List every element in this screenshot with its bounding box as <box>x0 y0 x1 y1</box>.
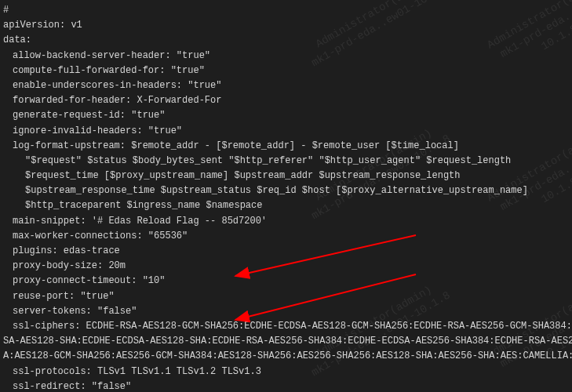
config-line: allow-backend-server-header: "true" <box>3 49 572 64</box>
config-line: $request_time [$proxy_upstream_name] $up… <box>3 169 572 183</box>
config-line: "$request" $status $body_bytes_sent "$ht… <box>3 154 572 169</box>
config-line: main-snippet: '# Edas Reload Flag -- 85d… <box>3 214 572 229</box>
config-line: ssl-redirect: "false" <box>3 379 572 392</box>
config-line: reuse-port: "true" <box>3 289 572 304</box>
config-line: forwarded-for-header: X-Forwarded-For <box>3 93 572 108</box>
config-line: A:AES128-GCM-SHA256:AES256-GCM-SHA384:AE… <box>3 349 572 364</box>
config-line: enable-underscores-in-headers: "true" <box>3 78 572 93</box>
config-line: plugins: edas-trace <box>3 244 572 259</box>
yaml-config-block: #apiVersion: v1data:allow-backend-server… <box>3 3 572 392</box>
config-line: apiVersion: v1 <box>3 18 572 33</box>
config-line: ssl-protocols: TLSv1 TLSv1.1 TLSv1.2 TLS… <box>3 365 572 379</box>
config-line: server-tokens: "false" <box>3 304 572 319</box>
config-line: ssl-ciphers: ECDHE-RSA-AES128-GCM-SHA256… <box>3 319 572 334</box>
config-line: $upstream_response_time $upstream_status… <box>3 183 572 198</box>
config-line: generate-request-id: "true" <box>3 108 572 123</box>
config-line: $http_traceparent $ingress_name $namespa… <box>3 198 572 213</box>
config-line: log-format-upstream: $remote_addr - [$re… <box>3 139 572 154</box>
config-line: SA-AES128-SHA:ECDHE-ECDSA-AES128-SHA:ECD… <box>3 334 572 349</box>
config-line: compute-full-forwarded-for: "true" <box>3 64 572 78</box>
config-line: proxy-connect-timeout: "10" <box>3 274 572 289</box>
config-line: # <box>3 3 572 18</box>
config-line: max-worker-connections: "65536" <box>3 229 572 244</box>
config-line: ignore-invalid-headers: "true" <box>3 124 572 139</box>
config-line: proxy-body-size: 20m <box>3 259 572 274</box>
config-line: data: <box>3 33 572 48</box>
